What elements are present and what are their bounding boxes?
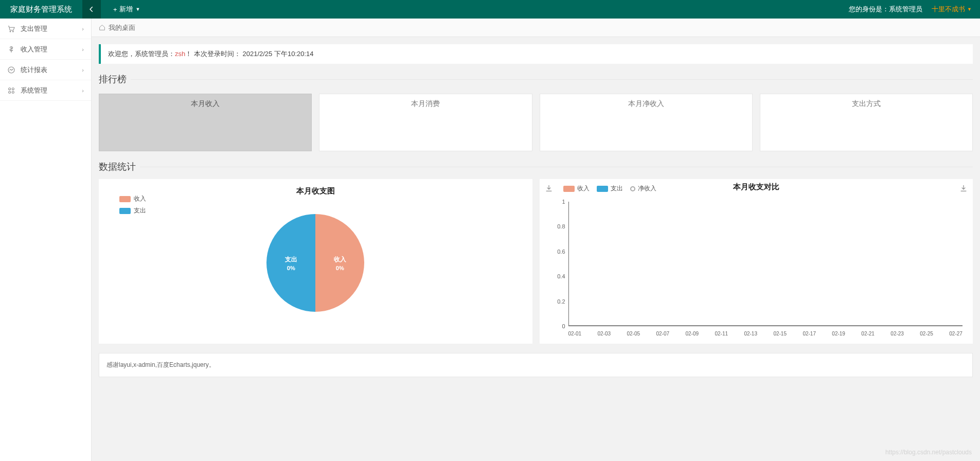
line-legend: 收入 支出 净收入 — [563, 184, 656, 193]
svg-point-3 — [9, 87, 11, 90]
sidebar-toggle-button[interactable] — [82, 0, 101, 19]
rank-card-net[interactable]: 本月净收入 — [540, 94, 753, 151]
pie-chart-panel: 本月收支图 收入 支出 支出 0% — [99, 179, 532, 344]
top-header: 家庭财务管理系统 + 新增 ▼ 您的身份是：系统管理员 十里不成书 ▼ — [0, 0, 980, 19]
legend-ring-icon — [630, 186, 635, 191]
username-label: 十里不成书 — [932, 5, 965, 14]
chevron-right-icon: › — [82, 46, 84, 52]
legend-item[interactable]: 支出 — [119, 206, 146, 215]
ranking-section: 排行榜 本月收入 本月消费 本月净收入 支出方式 — [99, 73, 973, 151]
legend-swatch — [119, 196, 131, 202]
svg-point-1 — [12, 31, 13, 32]
pie-chart-title: 本月收支图 — [99, 179, 532, 196]
download-button[interactable] — [545, 184, 553, 194]
sidebar-item-label: 统计报表 — [21, 65, 47, 75]
legend-swatch — [597, 186, 608, 192]
grid-icon — [7, 86, 15, 95]
role-indicator: 您的身份是：系统管理员 — [849, 5, 922, 14]
svg-point-5 — [9, 91, 11, 93]
add-label: 新增 — [119, 5, 133, 14]
sidebar-item-label: 系统管理 — [21, 86, 47, 95]
sidebar-item-expense[interactable]: 支出管理 › — [0, 19, 91, 39]
breadcrumb: 我的桌面 — [92, 19, 980, 37]
sidebar: 支出管理 › 收入管理 › 统计报表 › 系统管理 › — [0, 19, 92, 461]
legend-item[interactable]: 净收入 — [630, 184, 656, 193]
login-time: 2021/2/25 下午10:20:14 — [242, 50, 313, 58]
line-series — [569, 325, 963, 326]
caret-down-icon: ▼ — [136, 7, 140, 12]
chevron-right-icon: › — [82, 26, 84, 32]
footer-credits: 感谢layui,x-admin,百度Echarts,jquery。 — [99, 353, 973, 377]
cart-icon — [7, 25, 15, 33]
caret-down-icon: ▼ — [967, 7, 972, 12]
legend-swatch — [563, 186, 575, 192]
pie-legend: 收入 支出 — [119, 194, 146, 218]
pie-slice-expense: 支出 0% — [266, 214, 315, 312]
rank-card-title: 支出方式 — [760, 94, 972, 114]
add-new-button[interactable]: + 新增 ▼ — [113, 5, 140, 14]
ranking-legend: 排行榜 — [99, 73, 131, 85]
rank-card-expense[interactable]: 本月消费 — [319, 94, 532, 151]
rank-card-method[interactable]: 支出方式 — [760, 94, 973, 151]
stats-legend: 数据统计 — [99, 161, 140, 173]
legend-item[interactable]: 支出 — [597, 184, 623, 193]
welcome-banner: 欢迎您，系统管理员：zsh！ 本次登录时间： 2021/2/25 下午10:20… — [99, 44, 973, 64]
rank-card-title: 本月净收入 — [540, 94, 752, 114]
stats-section: 数据统计 本月收支图 收入 支出 支出 0% — [99, 161, 973, 344]
legend-swatch — [119, 208, 131, 214]
pie-chart: 支出 0% 收入 0% — [266, 214, 364, 312]
rank-card-title: 本月收入 — [99, 94, 311, 114]
download-button[interactable] — [959, 184, 968, 194]
sidebar-item-label: 支出管理 — [21, 24, 47, 33]
svg-point-4 — [12, 87, 14, 90]
dollar-icon — [7, 45, 15, 54]
sidebar-item-system[interactable]: 系统管理 › — [0, 80, 91, 101]
chevron-right-icon: › — [82, 67, 84, 73]
breadcrumb-label: 我的桌面 — [109, 23, 135, 32]
svg-point-6 — [12, 91, 14, 93]
chevron-left-icon — [88, 6, 95, 13]
svg-point-0 — [10, 31, 11, 32]
line-chart-panel: 收入 支出 净收入 本月收支对比 00.20.40.60.81 02-0102-… — [540, 179, 973, 344]
sidebar-item-label: 收入管理 — [21, 45, 47, 54]
line-chart: 00.20.40.60.81 02-0102-0302-0502-0702-09… — [568, 202, 963, 326]
rank-card-title: 本月消费 — [319, 94, 531, 114]
app-title: 家庭财务管理系统 — [0, 5, 82, 14]
chevron-right-icon: › — [82, 87, 84, 94]
sidebar-item-income[interactable]: 收入管理 › — [0, 39, 91, 60]
welcome-username: zsh — [175, 50, 185, 58]
plus-icon: + — [113, 6, 117, 13]
legend-item[interactable]: 收入 — [119, 194, 146, 203]
chart-icon — [7, 66, 15, 74]
sidebar-item-report[interactable]: 统计报表 › — [0, 60, 91, 80]
pie-slice-income: 收入 0% — [315, 214, 364, 312]
home-icon — [99, 24, 105, 31]
rank-card-income[interactable]: 本月收入 — [99, 94, 312, 151]
legend-item[interactable]: 收入 — [563, 184, 590, 193]
user-menu[interactable]: 十里不成书 ▼ — [932, 5, 972, 14]
